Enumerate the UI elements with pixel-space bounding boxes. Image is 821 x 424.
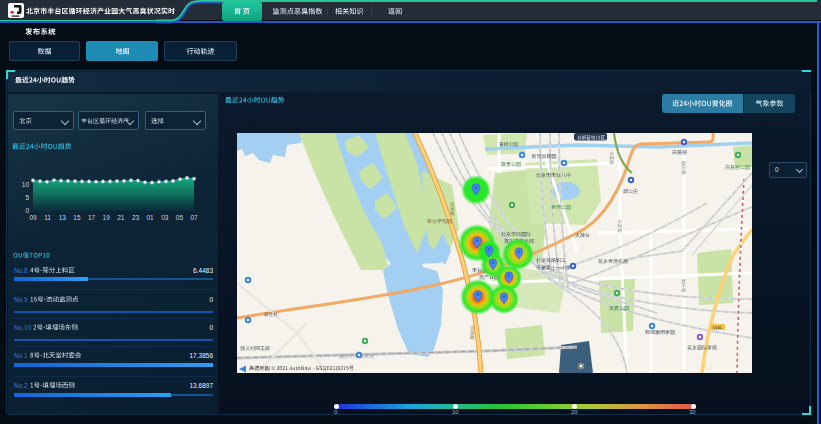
- svg-text:19: 19: [103, 214, 111, 221]
- svg-text:13: 13: [59, 214, 67, 221]
- svg-text:15: 15: [73, 214, 81, 221]
- svg-text:07: 07: [190, 214, 198, 221]
- svg-text:05: 05: [176, 214, 184, 221]
- svg-text:11: 11: [44, 214, 51, 221]
- svg-text:09: 09: [29, 214, 37, 221]
- svg-text:03: 03: [161, 214, 169, 221]
- svg-text:0: 0: [25, 207, 29, 214]
- svg-text:01: 01: [146, 214, 154, 221]
- svg-text:10: 10: [22, 181, 30, 188]
- svg-text:23: 23: [132, 214, 140, 221]
- svg-text:21: 21: [117, 214, 125, 221]
- svg-text:17: 17: [88, 214, 96, 221]
- svg-text:5: 5: [25, 194, 29, 201]
